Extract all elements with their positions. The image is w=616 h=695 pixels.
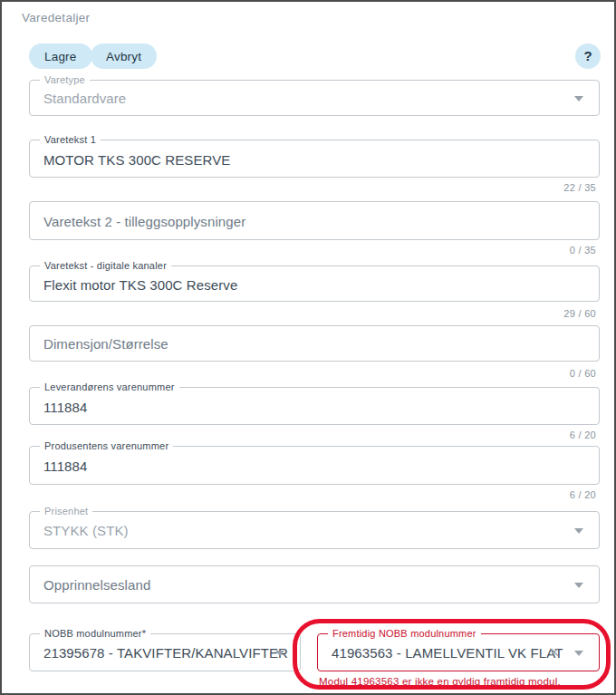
- nobb-modulnummer-select[interactable]: NOBB modulnummer* 21395678 - TAKVIFTER/K…: [29, 633, 301, 671]
- produsentens-varenummer-value: 111884: [43, 459, 87, 474]
- dimensjon-input[interactable]: Dimensjon/Størrelse: [29, 325, 600, 362]
- chevron-down-icon: [574, 651, 583, 656]
- prisenhet-value: STYKK (STK): [43, 523, 129, 538]
- prisenhet-label: Prisenhet: [40, 506, 92, 516]
- produsentens-varenummer-counter: 6 / 20: [570, 489, 596, 500]
- varetype-value: Standardvare: [43, 91, 126, 106]
- chevron-down-icon: [574, 96, 583, 101]
- varetekst2-counter: 0 / 35: [570, 245, 596, 256]
- clear-icon[interactable]: ✕: [548, 644, 560, 661]
- leverandorens-varenummer-label: Leverandørens varenummer: [40, 381, 179, 392]
- dimensjon-placeholder: Dimensjon/Størrelse: [43, 336, 168, 352]
- varetekst1-label: Varetekst 1: [40, 134, 101, 145]
- varetype-label: Varetype: [40, 74, 90, 85]
- varetekst1-value: MOTOR TKS 300C RESERVE: [43, 152, 230, 168]
- dimensjon-counter: 0 / 60: [570, 368, 596, 379]
- fremtidig-nobb-modulnummer-label: Fremtidig NOBB modulnummer: [328, 628, 481, 639]
- nobb-modulnummer-value: 21395678 - TAKVIFTER/KANALVIFTER: [43, 645, 288, 661]
- varetekst-digitale-value: Flexit motor TKS 300C Reserve: [43, 277, 237, 293]
- fremtidig-nobb-error-message: Modul 41963563 er ikke en gyldig framtid…: [319, 676, 561, 687]
- varetype-select[interactable]: Varetype Standardvare: [29, 80, 600, 116]
- fremtidig-nobb-modulnummer-value: 41963563 - LAMELLVENTIL VK FLAT: [332, 645, 563, 661]
- chevron-down-icon: [574, 583, 583, 588]
- leverandorens-varenummer-input[interactable]: Leverandørens varenummer 111884: [29, 387, 600, 425]
- leverandorens-varenummer-counter: 6 / 20: [570, 430, 596, 440]
- varedetaljer-panel: Varedetaljer Lagre Avbryt ? Varetype Sta…: [0, 0, 616, 695]
- opprinnelsesland-select[interactable]: Opprinnelsesland: [29, 565, 600, 603]
- opprinnelsesland-placeholder: Opprinnelsesland: [43, 577, 150, 593]
- varetekst1-counter: 22 / 35: [563, 182, 596, 193]
- varetekst2-placeholder: Varetekst 2 - tilleggsopplysninger: [43, 213, 245, 228]
- help-button[interactable]: ?: [575, 43, 601, 69]
- varetekst-digitale-input[interactable]: Varetekst - digitale kanaler Flexit moto…: [29, 265, 600, 302]
- varetekst2-input[interactable]: Varetekst 2 - tilleggsopplysninger: [29, 201, 600, 240]
- chevron-down-icon: [275, 651, 284, 656]
- cancel-button[interactable]: Avbryt: [91, 43, 157, 69]
- varetekst1-input[interactable]: Varetekst 1 MOTOR TKS 300C RESERVE: [29, 140, 600, 178]
- nobb-modulnummer-label: NOBB modulnummer*: [40, 628, 150, 639]
- varetekst-digitale-label: Varetekst - digitale kanaler: [40, 260, 171, 271]
- varetekst-digitale-counter: 29 / 60: [563, 308, 596, 319]
- chevron-down-icon: [574, 528, 583, 534]
- fremtidig-nobb-modulnummer-select[interactable]: Fremtidig NOBB modulnummer 41963563 - LA…: [317, 633, 600, 671]
- produsentens-varenummer-input[interactable]: Produsentens varenummer 111884: [29, 446, 600, 485]
- leverandorens-varenummer-value: 111884: [43, 400, 87, 415]
- page-title: Varedetaljer: [22, 11, 90, 24]
- produsentens-varenummer-label: Produsentens varenummer: [40, 440, 173, 451]
- prisenhet-select[interactable]: Prisenhet STYKK (STK): [29, 511, 600, 549]
- save-button[interactable]: Lagre: [29, 43, 92, 69]
